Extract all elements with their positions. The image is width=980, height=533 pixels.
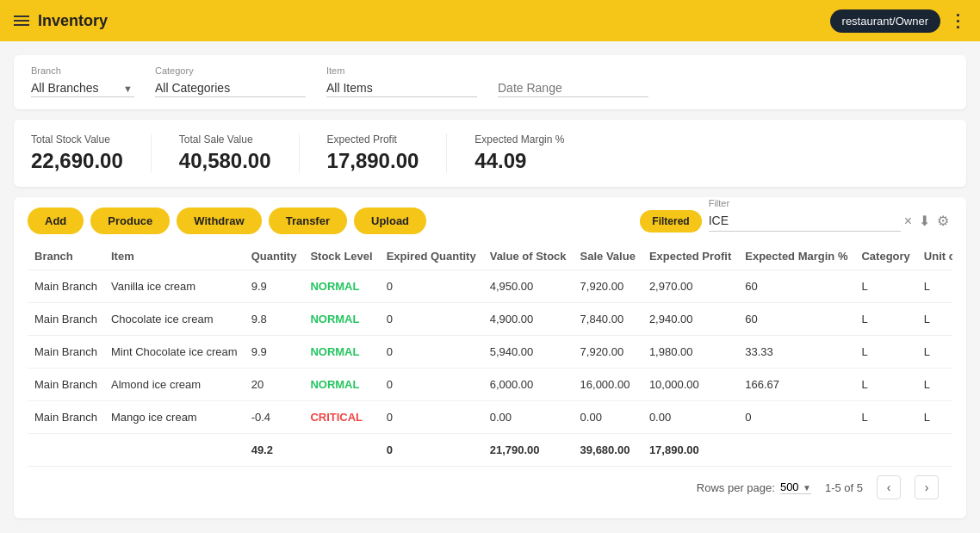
date-range-filter xyxy=(498,79,648,97)
filter-settings-button[interactable]: ⚙ xyxy=(933,211,952,231)
filter-clear-button[interactable]: × xyxy=(901,212,915,231)
cell-sale-value: 0.00 xyxy=(574,401,642,434)
rows-select-wrap: 100 250 500 ▼ xyxy=(780,480,811,494)
user-button[interactable]: restaurant/Owner xyxy=(830,9,940,33)
add-button[interactable]: Add xyxy=(28,208,84,234)
menu-icon[interactable] xyxy=(14,15,29,26)
stat-total-sale-value-number: 40,580.00 xyxy=(179,149,271,173)
cell-value-of-stock: 6,000.00 xyxy=(483,369,574,401)
item-label: Item xyxy=(326,65,477,76)
stat-expected-profit-number: 17,890.00 xyxy=(327,149,419,173)
totals-quantity: 49.2 xyxy=(245,434,304,467)
cell-expired-quantity: 0 xyxy=(380,369,483,401)
withdraw-button[interactable]: Withdraw xyxy=(177,208,261,234)
toolbar-row: Add Produce Withdraw Transfer Upload Fil… xyxy=(28,208,952,234)
cell-quantity: -0.4 xyxy=(245,401,304,434)
totals-category xyxy=(854,434,916,467)
branch-select[interactable]: All Branches xyxy=(31,79,134,97)
branch-label: Branch xyxy=(31,65,134,76)
col-branch: Branch xyxy=(28,241,104,270)
totals-expected-profit: 17,890.00 xyxy=(642,434,738,467)
date-range-input[interactable] xyxy=(498,79,648,97)
app-title: Inventory xyxy=(38,12,108,30)
rows-per-page-label: Rows per page: xyxy=(697,481,775,494)
main-content: Branch All Branches ▼ Category Item xyxy=(0,41,980,532)
cell-expected-profit: 10,000.00 xyxy=(642,369,738,401)
cell-expected-margin: 166.67 xyxy=(738,369,854,401)
cell-unit: L xyxy=(917,303,952,336)
filter-input-label: Filter xyxy=(709,198,729,208)
cell-stock-level: CRITICAL xyxy=(303,401,379,434)
header-left: Inventory xyxy=(14,12,108,30)
table-totals-row: 49.2 0 21,790.00 39,680.00 17,890.00 xyxy=(28,434,952,467)
pagination-prev-button[interactable]: ‹ xyxy=(877,475,901,499)
stat-expected-margin-number: 44.09 xyxy=(474,149,564,173)
cell-value-of-stock: 4,900.00 xyxy=(483,303,574,336)
totals-branch xyxy=(28,434,104,467)
inventory-table-section: Add Produce Withdraw Transfer Upload Fil… xyxy=(14,197,966,518)
stat-expected-margin: Expected Margin % 44.09 xyxy=(474,133,592,173)
cell-sale-value: 16,000.00 xyxy=(574,369,642,401)
item-input[interactable] xyxy=(326,79,477,97)
cell-unit: L xyxy=(917,336,952,369)
filter-download-button[interactable]: ⬇ xyxy=(915,211,933,231)
pagination-next-button[interactable]: › xyxy=(915,475,939,499)
transfer-button[interactable]: Transfer xyxy=(269,208,347,234)
cell-expected-margin: 60 xyxy=(738,303,854,336)
inventory-table: Branch Item Quantity Stock Level Expired… xyxy=(28,241,952,466)
col-value-of-stock: Value of Stock xyxy=(483,241,574,270)
more-vertical-icon[interactable]: ⋮ xyxy=(949,10,966,31)
filter-search-input[interactable] xyxy=(709,210,901,232)
filter-bar: Branch All Branches ▼ Category Item xyxy=(14,55,966,109)
cell-expected-profit: 2,970.00 xyxy=(642,270,738,303)
category-input[interactable] xyxy=(155,79,306,97)
cell-branch: Main Branch xyxy=(28,401,104,434)
table-row: Main Branch Mango ice cream -0.4 CRITICA… xyxy=(28,401,952,434)
cell-value-of-stock: 4,950.00 xyxy=(483,270,574,303)
cell-stock-level: NORMAL xyxy=(303,303,379,336)
table-row: Main Branch Almond ice cream 20 NORMAL 0… xyxy=(28,369,952,401)
cell-sale-value: 7,920.00 xyxy=(574,336,642,369)
cell-sale-value: 7,920.00 xyxy=(574,270,642,303)
rows-per-page-select[interactable]: 100 250 500 xyxy=(780,480,811,494)
totals-value-of-stock: 21,790.00 xyxy=(483,434,574,467)
toolbar-buttons: Add Produce Withdraw Transfer Upload xyxy=(28,208,426,234)
cell-item: Almond ice cream xyxy=(104,369,245,401)
cell-branch: Main Branch xyxy=(28,270,104,303)
cell-item: Vanilla ice cream xyxy=(104,270,245,303)
cell-category: L xyxy=(854,270,916,303)
cell-expired-quantity: 0 xyxy=(380,336,483,369)
filtered-badge: Filtered xyxy=(640,210,701,232)
cell-unit: L xyxy=(917,369,952,401)
stat-expected-profit-label: Expected Profit xyxy=(327,133,419,146)
cell-expected-profit: 1,980.00 xyxy=(642,336,738,369)
cell-category: L xyxy=(854,369,916,401)
upload-button[interactable]: Upload xyxy=(354,208,426,234)
cell-stock-level: NORMAL xyxy=(303,369,379,401)
cell-expected-profit: 0.00 xyxy=(642,401,738,434)
stats-bar: Total Stock Value 22,690.00 Total Sale V… xyxy=(14,120,966,187)
app-header: Inventory restaurant/Owner ⋮ xyxy=(0,0,980,41)
cell-quantity: 9.9 xyxy=(245,270,304,303)
stat-expected-profit: Expected Profit 17,890.00 xyxy=(327,133,448,173)
cell-stock-level: NORMAL xyxy=(303,336,379,369)
col-stock-level: Stock Level xyxy=(303,241,379,270)
category-label: Category xyxy=(155,65,306,76)
col-expired-quantity: Expired Quantity xyxy=(380,241,483,270)
rows-per-page-section: Rows per page: 100 250 500 ▼ xyxy=(697,480,811,494)
cell-category: L xyxy=(854,336,916,369)
cell-quantity: 9.9 xyxy=(245,336,304,369)
stat-expected-margin-label: Expected Margin % xyxy=(474,133,564,146)
col-expected-margin: Expected Margin % xyxy=(738,241,854,270)
cell-expired-quantity: 0 xyxy=(380,303,483,336)
table-header: Branch Item Quantity Stock Level Expired… xyxy=(28,241,952,270)
cell-category: L xyxy=(854,401,916,434)
produce-button[interactable]: Produce xyxy=(90,208,170,234)
cell-item: Chocolate ice cream xyxy=(104,303,245,336)
pagination-bar: Rows per page: 100 250 500 ▼ 1-5 of 5 ‹ … xyxy=(28,466,952,508)
cell-quantity: 20 xyxy=(245,369,304,401)
stat-total-stock-value-number: 22,690.00 xyxy=(31,149,123,173)
table-row: Main Branch Chocolate ice cream 9.8 NORM… xyxy=(28,303,952,336)
pagination-info: 1-5 of 5 xyxy=(825,481,863,494)
table-body: Main Branch Vanilla ice cream 9.9 NORMAL… xyxy=(28,270,952,467)
